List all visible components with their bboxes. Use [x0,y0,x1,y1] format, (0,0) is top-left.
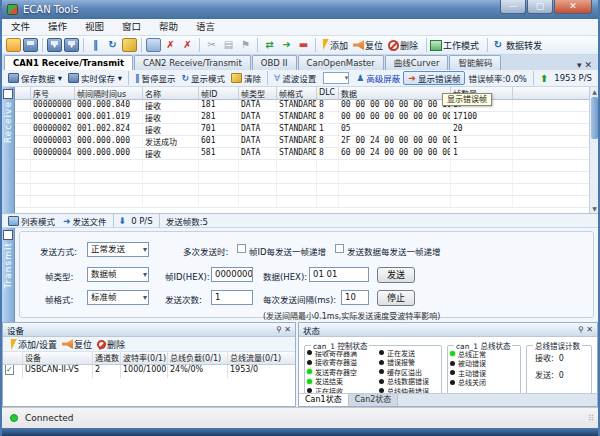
device-enabled-checkbox[interactable]: ✓ [5,365,14,375]
maximize-button[interactable]: ▢ [527,0,553,14]
remove-device-button[interactable]: 删除 [400,39,418,52]
device-add-setup-button[interactable]: 添加/设置 [18,338,57,351]
scroll-thumb[interactable] [591,97,598,139]
header-interval[interactable]: 帧间隔时间us [75,87,143,99]
send-button[interactable]: 发送 [377,267,415,283]
frame-type-select[interactable]: 数据帧 [87,267,149,282]
add-device-button[interactable]: 添加 [330,39,348,52]
pin-icon[interactable]: ⚲ [276,325,282,334]
delete-frame-icon[interactable]: ✗ [180,38,195,52]
menu-operate[interactable]: 操作 [39,19,76,35]
scroll-up-icon[interactable]: ▲ [590,87,599,96]
frame-format-select[interactable]: 标准帧 [87,290,149,305]
send-count-input[interactable]: 1 [211,290,253,305]
menu-language[interactable]: 语言 [187,19,224,35]
header-dlc[interactable]: DLC [317,87,339,99]
tab-canopenmaster[interactable]: CanOpenMaster [298,55,384,70]
device-reset-button[interactable]: 复位 [74,338,92,351]
table-row[interactable]: 00000004000.000.000接收581DATASTANDARD860 … [15,148,598,160]
header-frame-type[interactable]: 帧类型 [239,87,277,99]
header-data[interactable]: 数据 [339,87,451,99]
realtime-save-button[interactable]: 实时保存 ▾ [68,72,122,84]
device-header-channels[interactable]: 通道数 [93,352,121,364]
status-close-icon[interactable]: ✕ [586,325,593,334]
tab-curve[interactable]: 曲线Curver [385,55,449,70]
save-data-button[interactable]: 保存数据 ▾ [8,72,62,84]
resize-grip[interactable]: ⠿ [588,414,594,423]
frame-id-input[interactable]: 00000000 [211,267,253,282]
stop-button[interactable]: 停止 [377,290,415,306]
tab-can2-status[interactable]: Can2状态 [349,394,399,406]
header-name[interactable]: 名称 [143,87,199,99]
clear-button[interactable]: 清除 [231,72,261,84]
tab-can1[interactable]: CAN1 Receive/Transmit [4,55,133,70]
header-checkbox-column[interactable] [15,87,31,99]
table-row[interactable]: 00000001000.001.019接收281DATASTANDARD800 … [15,112,598,124]
display-mode-button[interactable]: ↻显示模式 [181,72,225,84]
cut-icon[interactable]: ✂ [204,38,219,52]
table-scrollbar[interactable]: ▲ ▼ [589,87,598,213]
paste-icon[interactable]: ▤ [221,38,236,52]
data-hex-input[interactable]: 01 01 [309,267,369,282]
menu-window[interactable]: 窗口 [113,19,150,35]
reset-device-button[interactable]: 复位 [365,39,383,52]
tab-can1-status[interactable]: Can1状态 [299,394,349,406]
send-file-button[interactable]: ➜发送文件 [61,215,107,227]
select-all-checkbox[interactable] [3,89,13,99]
filter-settings-button[interactable]: ∀滤波设置 [274,72,316,84]
transmit-panel: 发送方式: 正常发送 多次发送时: 帧ID每发送一帧递增 发送数据每发送一帧递增… [15,228,598,322]
send-mode-select[interactable]: 正常发送 [87,242,149,257]
device-close-icon[interactable]: ✕ [284,325,291,334]
table-row[interactable]: 00000000000.000.840接收181DATASTANDARD800 … [15,100,598,112]
minus-icon[interactable]: ▬ [296,38,311,52]
exchange-icon[interactable]: ⇄ [262,38,277,52]
transmit-side-tab[interactable]: Transmit [2,228,15,322]
status-dot-icon [307,379,312,384]
tab-overflow-controls[interactable]: ▾ ✕ [577,60,598,70]
minimize-button[interactable]: — [500,0,526,14]
flag-icon[interactable]: ⚑ [238,38,253,52]
save-icon[interactable] [23,38,38,52]
device-row[interactable]: ✓ USBCAN-II-VS 2 1000/1000 24%/0% 1953/0 [3,365,295,378]
scroll-down-icon[interactable]: ▼ [590,204,599,213]
device-header-baud[interactable]: 波特率(0/1) [121,352,168,364]
pause-display-button[interactable]: ‖暂停显示 [135,72,176,84]
copy-icon[interactable] [146,38,161,52]
status-pin-icon[interactable]: ⚲ [578,325,584,334]
show-error-frames-toggle[interactable]: ➜显示错误帧 [403,71,465,85]
close-button[interactable]: ✕ [554,0,592,14]
tab-smart-decode[interactable]: 智能解码 [449,55,501,70]
open-file-icon[interactable] [6,38,21,52]
pause-icon[interactable]: ‖ [88,38,103,52]
header-seq[interactable]: 序号 [31,87,75,99]
device-remove-button[interactable]: 删除 [107,338,125,351]
list-mode-button[interactable]: 列表模式 [8,215,55,227]
data-forward-button[interactable]: 数据转发 [506,39,542,52]
device-header-name[interactable]: 设备 [23,352,93,364]
id-increment-checkbox[interactable] [237,244,246,253]
receive-side-tab[interactable]: Receive [2,87,15,213]
header-frame-id[interactable]: 帧ID [199,87,239,99]
save-dropdown-icon[interactable]: ▾ [47,38,62,52]
interval-input[interactable]: 10 [341,290,369,305]
device-header-load[interactable]: 总线负载(0/1) [168,352,228,364]
menu-file[interactable]: 文件 [2,19,39,35]
status-panel: 状态 ⚲ ✕ can_1 控制状态 接收寄存器满 接收寄存器溢 发送寄存器空 发… [298,322,598,407]
device-header-traffic[interactable]: 总线流量(0/1) [228,352,295,364]
menu-help[interactable]: 帮助 [150,19,187,35]
table-row[interactable]: 00000003000.000.000发送成功601DATASTANDARD82… [15,136,598,148]
advanced-mask-button[interactable]: ♟高级屏蔽 [356,72,400,84]
tab-obd2[interactable]: OBD II [252,55,297,70]
data-increment-checkbox[interactable] [335,244,344,253]
header-frame-format[interactable]: 帧格式 [277,87,317,99]
filter-combobox[interactable]: ▾ [323,72,349,84]
table-row[interactable]: 00000002001.002.824接收701DATASTANDARD1052… [15,124,598,136]
forward-icon[interactable]: ➜ [279,38,294,52]
work-mode-button[interactable]: 工作模式 [443,39,479,52]
tab-can2[interactable]: CAN2 Receive/Transmit [134,55,251,70]
load-dropdown-icon[interactable]: ▾ [64,38,79,52]
refresh-icon[interactable]: ↻ [105,38,120,52]
edit-icon[interactable]: ✗ [163,38,178,52]
menu-view[interactable]: 视图 [76,19,113,35]
clear-icon[interactable] [122,38,137,52]
